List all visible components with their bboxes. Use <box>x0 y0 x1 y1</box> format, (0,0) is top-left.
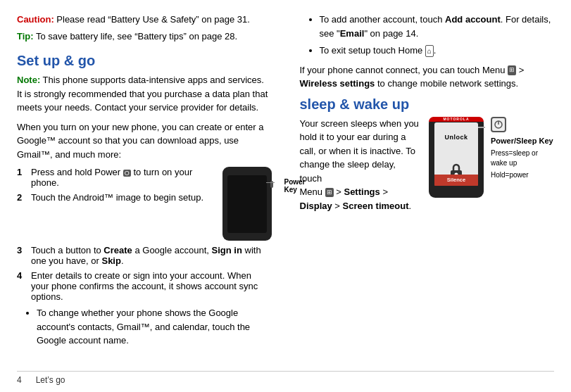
step-1-num: 1 <box>17 167 27 188</box>
menu-icon: ⊞ <box>508 65 516 75</box>
sleep-text-1: Your screen sleeps when you hold it to y… <box>300 118 419 184</box>
step-2-num: 2 <box>17 192 27 203</box>
menu-icon-2: ⊞ <box>325 188 334 198</box>
caution-line: Caution: Please read “Battery Use & Safe… <box>17 13 272 27</box>
step-4-num: 4 <box>17 270 27 302</box>
power-icon: O <box>123 170 131 177</box>
step-2: 2 Touch the Android™ image to begin setu… <box>17 192 213 203</box>
page: Caution: Please read “Battery Use & Safe… <box>0 0 571 392</box>
top-line-indicator <box>478 127 485 128</box>
right-bullet-2: To exit setup touch Home ⌂. <box>320 44 555 58</box>
right-column: To add another account, touch Add accoun… <box>293 13 555 365</box>
sleep-content: Your screen sleeps when you hold it to y… <box>300 117 555 213</box>
phone-sleep-body: MOTOROLA Unlock Si <box>429 117 484 198</box>
sleep-heading: sleep & wake up <box>300 96 555 113</box>
power-sleep-key-label: Power/Sleep Key <box>491 136 554 146</box>
footer-pagenum: 4 <box>17 375 22 385</box>
sub-bullets: To change whether your phone shows the G… <box>37 306 272 348</box>
setup-heading: Set up & go <box>17 53 272 69</box>
caution-text: Please read “Battery Use & Safety” on pa… <box>54 14 250 25</box>
step-4: 4 Enter details to create or sign into y… <box>17 270 272 302</box>
step-3-num: 3 <box>17 245 27 266</box>
right-bullet-1: To add another account, touch Add accoun… <box>320 13 555 40</box>
step-1: 1 Press and hold Power O to turn on your… <box>17 167 213 188</box>
sleep-text: Your screen sleeps when you hold it to y… <box>300 117 421 213</box>
tip-label: Tip: <box>17 31 34 42</box>
sleep-key-desc: Power/Sleep Key Press=sleep or wake up H… <box>491 117 554 180</box>
silence-bar: Silence <box>434 175 478 186</box>
step-1-2-text: 1 Press and hold Power O to turn on your… <box>17 167 213 207</box>
motorola-bar: MOTOROLA <box>429 117 484 122</box>
note-para: Note: This phone supports data-intensive… <box>17 73 272 115</box>
silence-label: Silence <box>447 177 465 183</box>
phone-body-small <box>222 167 272 241</box>
sleep-diagram-wrapper: MOTOROLA Unlock Si <box>429 117 554 198</box>
step-2-text: Touch the Android™ image to begin setup. <box>31 192 203 203</box>
step-3: 3 Touch a button to Create a Google acco… <box>17 245 272 266</box>
phone-screen-small <box>227 175 267 233</box>
motorola-label: MOTOROLA <box>443 117 469 121</box>
phone-diagram-small: PowerKey <box>222 167 272 241</box>
right-bullets: To add another account, touch Add accoun… <box>320 13 555 58</box>
step-1-text: Press and hold Power O to turn on your p… <box>31 167 213 188</box>
page-footer: 4 Let’s go <box>17 371 554 385</box>
connect-para: If your phone cannot connect, you can to… <box>300 63 555 91</box>
step-4-text: Enter details to create or sign into you… <box>31 270 272 302</box>
caution-label: Caution: <box>17 14 54 25</box>
power-key-label: PowerKey <box>284 178 305 194</box>
step-3-text: Touch a button to Create a Google accoun… <box>31 245 272 266</box>
power-sleep-desc1: Press=sleep or wake up <box>491 148 554 168</box>
para1: When you turn on your new phone, you can… <box>17 120 272 162</box>
note-text: This phone supports data-intensive apps … <box>17 75 268 113</box>
note-label: Note: <box>17 75 40 85</box>
power-key-icon-row <box>491 117 554 132</box>
power-sleep-icon <box>491 117 506 132</box>
phone-sleep-screen: Unlock Silence <box>434 122 478 186</box>
footer-text: Let’s go <box>36 375 65 385</box>
step-1-row: 1 Press and hold Power O to turn on your… <box>17 167 272 241</box>
tip-text: To save battery life, see “Battery tips”… <box>34 31 238 42</box>
unlock-label: Unlock <box>444 134 468 141</box>
power-circle-svg <box>494 120 503 129</box>
tip-line: Tip: To save battery life, see “Battery … <box>17 30 272 44</box>
power-sleep-desc2: Hold=power <box>491 170 554 180</box>
sub-bullet-1: To change whether your phone shows the G… <box>37 306 272 348</box>
power-key-line <box>266 182 275 183</box>
left-column: Caution: Please read “Battery Use & Safe… <box>17 13 279 365</box>
home-icon: ⌂ <box>425 45 434 57</box>
